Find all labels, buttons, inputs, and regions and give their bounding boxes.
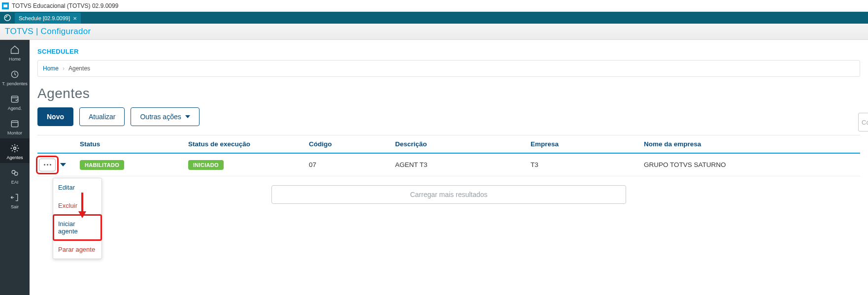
row-actions-menu: Editar Excluir Iniciar agente Parar agen… [53, 178, 102, 259]
cell-emp: T3 [531, 161, 644, 168]
system-menu-icon[interactable] [0, 12, 15, 24]
content-area: SCHEDULER Home › Agentes Agentes Novo At… [30, 40, 868, 295]
th-desc[interactable]: Descrição [395, 140, 531, 148]
expand-row-icon[interactable] [60, 163, 66, 166]
agents-table: Status Status de execução Código Descriç… [37, 135, 860, 204]
button-label: Novo [47, 113, 64, 121]
cell-empname: GRUPO TOTVS SATURNO [644, 161, 860, 168]
menu-editar[interactable]: Editar [53, 178, 101, 197]
breadcrumb-home[interactable]: Home [43, 65, 59, 72]
th-exec[interactable]: Status de execução [188, 140, 309, 148]
novo-button[interactable]: Novo [37, 107, 73, 126]
sidebar-item-agend[interactable]: Agend. [0, 89, 30, 114]
sub-header: TOTVS | Configurador [0, 24, 868, 40]
chevron-right-icon: › [63, 65, 65, 72]
th-status[interactable]: Status [80, 140, 188, 148]
svg-rect-3 [11, 121, 18, 127]
sidebar-item-home[interactable]: Home [0, 40, 30, 65]
sidebar-item-label: Sair [11, 204, 19, 209]
sidebar-item-sair[interactable]: Sair [0, 188, 30, 212]
tab-schedule[interactable]: Schedule [02.9.0099] ✕ [15, 13, 81, 24]
cell-code: 07 [309, 161, 395, 168]
section-title: SCHEDULER [30, 40, 868, 60]
exec-status-badge: INICIADO [188, 160, 224, 170]
search-input[interactable]: Có [858, 113, 868, 131]
th-emp[interactable]: Empresa [531, 140, 644, 148]
subheader-text: TOTVS | Configurador [5, 27, 91, 36]
outras-acoes-button[interactable]: Outras ações [131, 107, 199, 126]
atualizar-button[interactable]: Atualizar [79, 107, 125, 126]
sidebar-item-label: Monitor [7, 131, 22, 135]
tab-bar: Schedule [02.9.0099] ✕ [0, 12, 868, 24]
sidebar-item-monitor[interactable]: Monitor [0, 114, 30, 138]
breadcrumb: Home › Agentes [37, 60, 860, 77]
svg-rect-2 [11, 96, 18, 102]
sidebar-item-label: T. pendentes [2, 81, 28, 86]
th-code[interactable]: Código [309, 140, 395, 148]
window-title: TOTVS Educacional (TOTVS) 02.9.0099 [12, 2, 118, 9]
load-more-button[interactable]: Carregar mais resultados [271, 185, 626, 204]
button-label: Outras ações [140, 113, 181, 121]
table-row[interactable]: HABILITADO INICIADO 07 AGENT T3 T3 GRUPO… [37, 154, 860, 176]
app-icon [2, 2, 9, 9]
sidebar-item-label: EAI [11, 180, 19, 185]
sidebar-item-eai[interactable]: EAI [0, 163, 30, 188]
page-title: Agentes [30, 86, 868, 107]
status-badge: HABILITADO [80, 160, 124, 170]
button-label: Atualizar [89, 113, 115, 121]
chevron-down-icon [185, 115, 190, 118]
window-title-bar: TOTVS Educacional (TOTVS) 02.9.0099 [0, 0, 868, 12]
sidebar: Home T. pendentes Agend. Monitor Agentes… [0, 40, 30, 295]
sidebar-item-agentes[interactable]: Agentes [0, 138, 30, 163]
tab-label: Schedule [02.9.0099] [19, 15, 70, 21]
menu-iniciar-agente[interactable]: Iniciar agente [53, 215, 101, 240]
sidebar-item-pendentes[interactable]: T. pendentes [0, 65, 30, 89]
th-empname[interactable]: Nome da empresa [644, 140, 860, 148]
row-actions-button[interactable] [39, 159, 56, 171]
table-header: Status Status de execução Código Descriç… [37, 135, 860, 154]
sidebar-item-label: Home [9, 57, 21, 62]
annotation-highlight [37, 157, 57, 173]
breadcrumb-current: Agentes [68, 65, 90, 72]
close-icon[interactable]: ✕ [73, 16, 77, 21]
svg-point-0 [4, 15, 10, 21]
button-row: Novo Atualizar Outras ações [30, 107, 868, 135]
menu-parar-agente[interactable]: Parar agente [53, 240, 101, 259]
menu-excluir[interactable]: Excluir [53, 197, 101, 215]
load-more-label: Carregar mais resultados [410, 191, 487, 198]
sidebar-item-label: Agend. [8, 106, 22, 111]
sidebar-item-label: Agentes [6, 155, 23, 160]
cell-desc: AGENT T3 [395, 161, 531, 168]
svg-point-4 [14, 147, 16, 150]
